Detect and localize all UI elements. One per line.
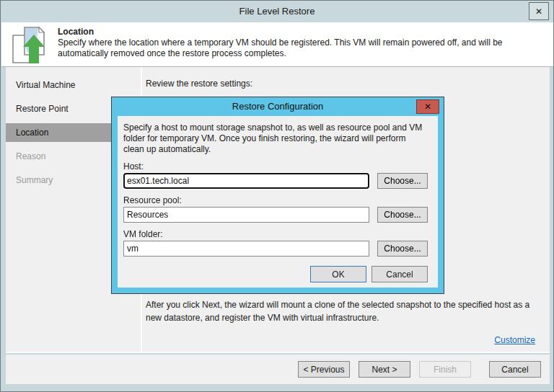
dialog-description-line2: folder for temporary VM. Once you finish…	[123, 133, 428, 144]
close-icon: ✕	[535, 6, 542, 17]
dialog-title: Restore Configuration	[112, 101, 444, 112]
dialog-actions: OK Cancel	[123, 266, 428, 282]
dialog-body: Specify a host to mount storage snapshot…	[118, 116, 438, 288]
finish-button[interactable]: Finish	[419, 361, 471, 378]
dialog-description-line3: clean up automatically.	[123, 144, 428, 155]
wizard-cancel-button[interactable]: Cancel	[489, 361, 541, 378]
next-step-info-line1: After you click Next, the wizard will mo…	[146, 298, 529, 311]
resource-pool-choose-button[interactable]: Choose...	[377, 207, 428, 223]
vm-folder-label: VM folder:	[123, 229, 428, 239]
step-description-line2: automatically removed once the restore p…	[58, 48, 503, 59]
vm-folder-input[interactable]	[123, 241, 369, 257]
dialog-cancel-button[interactable]: Cancel	[371, 266, 428, 282]
host-label: Host:	[123, 161, 428, 172]
dialog-close-button[interactable]: ✕	[416, 99, 439, 114]
step-description: Specify where the location where a tempo…	[58, 37, 503, 59]
vm-folder-row: Choose...	[123, 241, 428, 257]
wizard-header: Location Specify where the location wher…	[1, 22, 554, 67]
vm-folder-choose-button[interactable]: Choose...	[377, 241, 428, 257]
resource-pool-label: Resource pool:	[123, 195, 428, 205]
next-step-info-line2: new datastore, and register the VM with …	[146, 311, 529, 324]
window-titlebar: File Level Restore ✕	[1, 1, 553, 22]
review-settings-label: Review the restore settings:	[146, 79, 252, 89]
step-title: Location	[58, 27, 94, 37]
window-title: File Level Restore	[1, 6, 553, 17]
next-button[interactable]: Next >	[359, 361, 410, 378]
dialog-description-line1: Specify a host to mount storage snapshot…	[123, 122, 428, 133]
previous-button[interactable]: < Previous	[298, 361, 350, 378]
file-level-restore-window: File Level Restore ✕ Location Specify wh…	[0, 0, 554, 392]
step-description-line1: Specify where the location where a tempo…	[58, 37, 503, 48]
customize-link[interactable]: Customize	[494, 335, 535, 345]
wizard-footer: < Previous Next > Finish Cancel	[6, 355, 550, 384]
resource-pool-input[interactable]	[123, 207, 369, 223]
restore-configuration-dialog: Restore Configuration ✕ Specify a host t…	[111, 97, 444, 294]
dialog-titlebar: Restore Configuration ✕	[112, 97, 444, 116]
host-row: Choose...	[123, 173, 428, 189]
host-input[interactable]	[123, 173, 369, 189]
host-choose-button[interactable]: Choose...	[377, 173, 428, 189]
restore-document-icon	[10, 26, 52, 66]
resource-pool-row: Choose...	[123, 207, 428, 223]
next-step-info: After you click Next, the wizard will mo…	[146, 298, 529, 324]
ok-button[interactable]: OK	[310, 266, 366, 282]
sidebar-item-virtual-machine[interactable]: Virtual Machine	[6, 76, 141, 94]
dialog-description: Specify a host to mount storage snapshot…	[123, 122, 428, 155]
close-icon: ✕	[424, 102, 431, 112]
window-close-button[interactable]: ✕	[529, 2, 549, 20]
